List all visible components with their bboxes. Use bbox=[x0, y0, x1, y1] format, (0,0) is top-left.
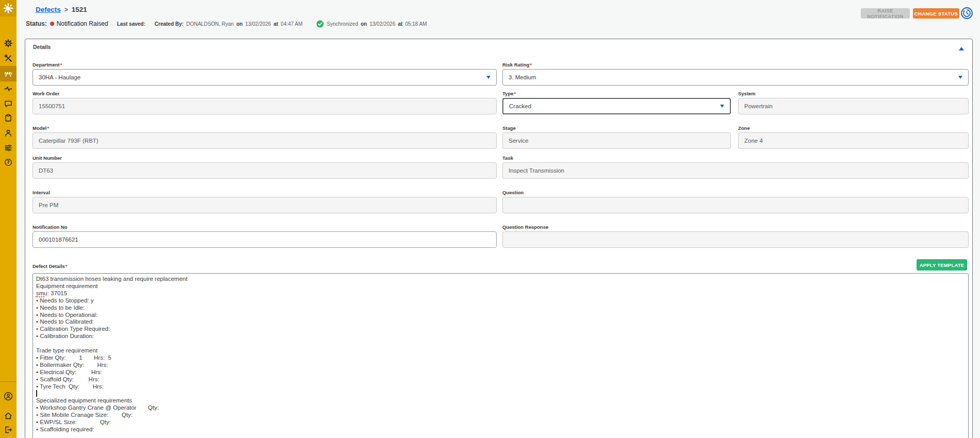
synchronized-label: Synchronized bbox=[327, 21, 358, 27]
defect-details-textarea[interactable]: Dt63 transmission hoses leaking and requ… bbox=[32, 273, 969, 438]
gear-icon bbox=[4, 39, 12, 47]
sync-date: 13/02/2026 bbox=[369, 21, 395, 27]
last-saved-label: Last saved: bbox=[117, 21, 145, 27]
sliders-icon bbox=[4, 144, 12, 152]
stage-label: Stage bbox=[502, 125, 731, 131]
work-order-field: 15500751 bbox=[32, 98, 497, 114]
type-select[interactable]: Cracked bbox=[502, 98, 731, 114]
sidebar-item-comments[interactable] bbox=[0, 96, 17, 111]
system-label: System bbox=[738, 91, 969, 97]
chevron-down-icon bbox=[720, 105, 724, 108]
interval-label: Interval bbox=[32, 190, 497, 196]
created-date: 13/02/2026 bbox=[245, 21, 271, 27]
task-field: Inspect Transmission bbox=[502, 162, 969, 179]
defect-details-text: Dt63 transmission hoses leaking and requ… bbox=[33, 274, 968, 438]
barrier-icon bbox=[4, 70, 12, 78]
status-label: Status: bbox=[26, 20, 47, 27]
sidebar-item-people[interactable] bbox=[0, 125, 17, 140]
panel-title: Details bbox=[33, 44, 51, 50]
person-icon bbox=[4, 129, 12, 137]
notification-no-input[interactable]: 000101876621 bbox=[32, 231, 497, 248]
zone-field: Zone 4 bbox=[738, 132, 969, 149]
pulse-icon bbox=[4, 85, 12, 93]
question-label: Question bbox=[502, 190, 969, 196]
question-response-field bbox=[502, 231, 969, 248]
sidebar-item-filters[interactable] bbox=[0, 140, 17, 155]
change-status-button[interactable]: CHANGE STATUS bbox=[913, 8, 959, 19]
created-on-word: on bbox=[236, 21, 242, 27]
sidebar-item-notes[interactable] bbox=[0, 110, 17, 125]
synchronized-check-icon bbox=[316, 20, 324, 28]
breadcrumb-defects-link[interactable]: Defects bbox=[36, 6, 61, 13]
apply-template-button[interactable]: APPLY TEMPLATE bbox=[917, 259, 967, 271]
created-time: 04:47 AM bbox=[281, 21, 302, 27]
sidebar-item-account[interactable] bbox=[0, 389, 17, 403]
sidebar: ? bbox=[0, 0, 17, 438]
interval-field: Pre PM bbox=[32, 197, 497, 213]
status-value: Notification Raised bbox=[57, 20, 108, 27]
breadcrumb-separator: > bbox=[64, 6, 68, 13]
risk-rating-label: Risk Rating* bbox=[502, 62, 969, 68]
clipboard-icon bbox=[4, 114, 12, 122]
account-circle-icon bbox=[4, 392, 13, 401]
help-icon: ? bbox=[4, 158, 12, 166]
question-response-label: Question Response bbox=[502, 224, 969, 230]
status-red-dot-icon bbox=[50, 22, 54, 26]
collapse-panel-icon[interactable] bbox=[959, 47, 964, 50]
question-field bbox=[502, 197, 969, 213]
raise-notification-button[interactable]: RAISE NOTIFICATION bbox=[861, 8, 910, 19]
unit-number-label: Unit Number bbox=[32, 155, 497, 161]
created-at-word: at bbox=[273, 21, 278, 27]
zone-label: Zone bbox=[738, 125, 969, 131]
system-field: Powertrain bbox=[738, 98, 969, 114]
defect-details-label: Defect Details* bbox=[32, 263, 68, 269]
sync-at-word: at bbox=[398, 21, 402, 27]
department-select[interactable]: 30HA - Haulage bbox=[32, 69, 497, 86]
sidebar-item-tools[interactable] bbox=[0, 50, 17, 65]
task-label: Task bbox=[502, 155, 969, 161]
sync-on-word: on bbox=[361, 21, 367, 27]
created-by-label: Created By: bbox=[155, 21, 184, 27]
sidebar-divider bbox=[0, 381, 17, 382]
breadcrumb-current-id: 1521 bbox=[72, 6, 87, 13]
model-field: Caterpillar 793F (RBT) bbox=[32, 132, 497, 149]
app-logo[interactable] bbox=[0, 0, 17, 16]
type-label: Type* bbox=[502, 91, 731, 97]
sidebar-item-settings[interactable] bbox=[0, 36, 17, 50]
unit-number-field: DT63 bbox=[32, 162, 497, 179]
chevron-down-icon bbox=[486, 76, 491, 79]
breadcrumb: Defects > 1521 bbox=[36, 6, 87, 13]
spellcheck-squiggle bbox=[36, 296, 44, 297]
text-caret bbox=[36, 390, 37, 397]
sidebar-item-defects[interactable] bbox=[0, 66, 17, 81]
chat-bubble-icon bbox=[4, 99, 12, 108]
model-label: Model* bbox=[32, 125, 497, 131]
work-order-label: Work Order bbox=[32, 91, 497, 97]
sidebar-item-home[interactable] bbox=[0, 408, 17, 423]
sidebar-item-activity[interactable] bbox=[0, 81, 17, 96]
history-icon[interactable] bbox=[960, 7, 973, 20]
stage-field: Service bbox=[502, 132, 731, 149]
created-by-name: DONALDSON, Ryan bbox=[186, 21, 234, 27]
chevron-down-icon bbox=[958, 76, 962, 79]
status-bar: Status: Notification Raised Last saved: … bbox=[26, 20, 427, 28]
tools-icon bbox=[4, 54, 12, 62]
sidebar-item-help[interactable]: ? bbox=[0, 155, 17, 170]
risk-rating-select[interactable]: 3. Medium bbox=[502, 69, 969, 86]
sidebar-item-logout[interactable] bbox=[0, 422, 17, 437]
sun-logo-icon bbox=[3, 3, 13, 13]
logout-icon bbox=[4, 426, 12, 434]
details-panel: Details Department* 30HA - Haulage Risk … bbox=[25, 39, 973, 438]
sync-time: 05:18 AM bbox=[405, 21, 427, 27]
notification-no-label: Notification No bbox=[32, 224, 497, 230]
department-label: Department* bbox=[32, 62, 497, 68]
svg-text:?: ? bbox=[7, 160, 10, 165]
home-icon bbox=[4, 412, 12, 420]
